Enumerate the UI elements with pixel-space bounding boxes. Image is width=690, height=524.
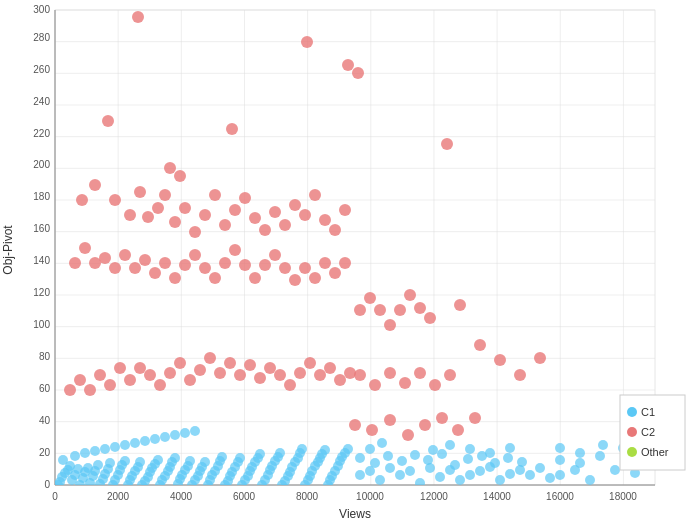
svg-point-291 — [169, 272, 181, 284]
svg-point-51 — [105, 458, 115, 468]
svg-point-214 — [598, 440, 608, 450]
svg-point-239 — [219, 219, 231, 231]
svg-point-279 — [334, 374, 346, 386]
svg-point-171 — [455, 475, 465, 485]
svg-point-189 — [463, 454, 473, 464]
svg-point-330 — [366, 424, 378, 436]
svg-rect-1 — [55, 10, 655, 485]
svg-point-276 — [304, 357, 316, 369]
svg-point-185 — [410, 450, 420, 460]
svg-point-288 — [139, 254, 151, 266]
svg-point-198 — [575, 458, 585, 468]
svg-text:100: 100 — [33, 319, 50, 330]
svg-point-57 — [120, 456, 130, 466]
chart-container: 0 20 40 60 80 100 120 140 160 180 200 22… — [0, 0, 690, 524]
legend-other-label: Other — [641, 446, 669, 458]
svg-point-223 — [441, 138, 453, 150]
svg-point-133 — [275, 448, 285, 458]
svg-point-293 — [189, 249, 201, 261]
svg-point-95 — [110, 442, 120, 452]
svg-text:0: 0 — [52, 491, 58, 502]
svg-point-286 — [119, 249, 131, 261]
svg-point-172 — [465, 470, 475, 480]
svg-point-217 — [132, 11, 144, 23]
svg-point-91 — [70, 451, 80, 461]
svg-point-324 — [454, 299, 466, 311]
svg-point-263 — [174, 357, 186, 369]
svg-point-191 — [490, 458, 500, 468]
svg-point-336 — [469, 412, 481, 424]
x-axis: 0 2000 4000 6000 8000 10000 12000 14000 … — [52, 491, 637, 502]
svg-point-254 — [84, 384, 96, 396]
svg-point-196 — [585, 475, 595, 485]
svg-point-250 — [329, 224, 341, 236]
svg-point-307 — [329, 267, 341, 279]
svg-point-308 — [339, 257, 351, 269]
svg-text:80: 80 — [39, 351, 51, 362]
svg-point-281 — [69, 257, 81, 269]
svg-text:240: 240 — [33, 96, 50, 107]
svg-point-235 — [179, 202, 191, 214]
svg-point-77 — [170, 453, 180, 463]
svg-point-300 — [259, 259, 271, 271]
svg-point-270 — [244, 359, 256, 371]
svg-point-161 — [355, 470, 365, 480]
svg-point-298 — [239, 259, 251, 271]
legend-c1-label: C1 — [641, 406, 655, 418]
svg-point-199 — [595, 451, 605, 461]
svg-text:10000: 10000 — [356, 491, 384, 502]
svg-point-232 — [152, 202, 164, 214]
svg-point-103 — [190, 426, 200, 436]
svg-text:120: 120 — [33, 287, 50, 298]
svg-point-233 — [159, 189, 171, 201]
svg-point-178 — [525, 470, 535, 480]
svg-point-278 — [324, 362, 336, 374]
legend-other-marker — [627, 447, 637, 457]
svg-text:2000: 2000 — [107, 491, 130, 502]
svg-point-258 — [124, 374, 136, 386]
legend-c2-marker — [627, 427, 637, 437]
svg-point-96 — [120, 440, 130, 450]
svg-point-304 — [299, 262, 311, 274]
svg-point-277 — [314, 369, 326, 381]
svg-point-241 — [239, 192, 251, 204]
x-axis-label: Views — [339, 507, 371, 521]
svg-point-70 — [153, 455, 163, 465]
svg-point-173 — [475, 466, 485, 476]
svg-point-163 — [375, 475, 385, 485]
svg-point-253 — [74, 374, 86, 386]
svg-point-181 — [355, 453, 365, 463]
svg-point-188 — [450, 460, 460, 470]
svg-point-186 — [423, 455, 433, 465]
svg-point-289 — [149, 267, 161, 279]
svg-point-316 — [424, 312, 436, 324]
svg-point-314 — [404, 289, 416, 301]
svg-point-295 — [209, 272, 221, 284]
svg-point-313 — [394, 304, 406, 316]
svg-point-280 — [344, 367, 356, 379]
svg-point-287 — [129, 262, 141, 274]
svg-point-246 — [289, 199, 301, 211]
svg-point-236 — [189, 226, 201, 238]
svg-point-142 — [297, 444, 307, 454]
svg-point-323 — [444, 369, 456, 381]
svg-point-269 — [234, 369, 246, 381]
svg-point-193 — [517, 457, 527, 467]
svg-point-175 — [495, 475, 505, 485]
svg-point-290 — [159, 257, 171, 269]
legend-c1-marker — [627, 407, 637, 417]
svg-point-331 — [384, 414, 396, 426]
svg-point-303 — [289, 274, 301, 286]
svg-text:180: 180 — [33, 191, 50, 202]
svg-point-284 — [99, 252, 111, 264]
svg-point-251 — [339, 204, 351, 216]
svg-point-102 — [180, 428, 190, 438]
svg-point-297 — [229, 244, 241, 256]
svg-point-230 — [134, 186, 146, 198]
svg-point-165 — [395, 470, 405, 480]
svg-point-273 — [274, 369, 286, 381]
legend-c2-label: C2 — [641, 426, 655, 438]
svg-point-245 — [279, 219, 291, 231]
svg-point-234 — [169, 216, 181, 228]
svg-text:140: 140 — [33, 255, 50, 266]
